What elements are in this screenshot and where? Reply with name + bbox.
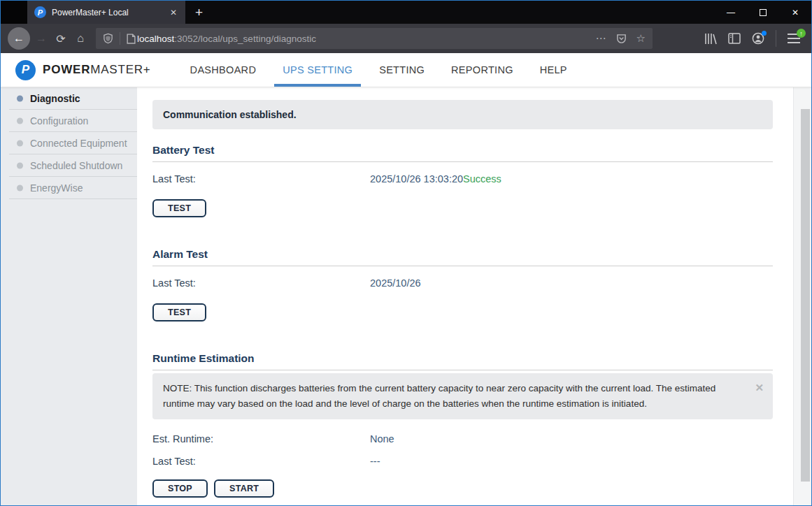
titlebar-corner <box>1 1 27 24</box>
update-badge-icon: ↑ <box>797 29 806 38</box>
app-logo[interactable]: P POWERMASTER+ <box>15 53 151 87</box>
scrollbar-thumb[interactable] <box>801 109 810 482</box>
toolbar-divider <box>776 30 776 47</box>
est-runtime-label: Est. Runtime: <box>152 432 370 446</box>
runtime-stop-button[interactable]: STOP <box>152 479 208 498</box>
reload-icon: ⟳ <box>56 32 65 45</box>
maximize-button[interactable] <box>747 1 779 24</box>
main-nav: DASHBOARD UPS SETTING SETTING REPORTING … <box>182 53 585 87</box>
url-path: :3052/local/ups_setting/diagnostic <box>174 34 316 44</box>
runtime-note-text: NOTE: This function discharges batteries… <box>163 383 715 409</box>
scrollbar-track[interactable] <box>793 87 811 505</box>
bullet-icon <box>17 163 23 169</box>
runtime-last-test-label: Last Test: <box>152 454 370 468</box>
status-banner: Communication established. <box>152 100 773 129</box>
maximize-icon <box>760 9 767 16</box>
alarm-last-test-row: Last Test: 2025/10/26 <box>152 276 773 290</box>
bullet-icon <box>17 96 23 102</box>
app-header: P POWERMASTER+ DASHBOARD UPS SETTING SET… <box>1 53 811 87</box>
browser-tab[interactable]: P PowerMaster+ Local ✕ <box>27 1 185 24</box>
url-text[interactable]: localhost:3052/local/ups_setting/diagnos… <box>137 34 316 44</box>
runtime-start-button[interactable]: START <box>214 479 274 498</box>
account-notification-dot <box>762 31 767 36</box>
sidebar-item-configuration[interactable]: Configuration <box>1 110 137 132</box>
bullet-icon <box>17 140 23 147</box>
alarm-last-test-value: 2025/10/26 <box>370 276 421 290</box>
page-info-icon[interactable] <box>127 34 136 44</box>
new-tab-button[interactable]: + <box>185 1 213 24</box>
alarm-last-test-label: Last Test: <box>152 276 370 290</box>
bookmark-star-icon[interactable]: ☆ <box>636 32 646 45</box>
powermaster-logo-icon: P <box>15 60 36 80</box>
battery-last-test-value: 2025/10/26 13:03:20Success <box>370 172 501 186</box>
pocket-icon[interactable] <box>616 34 627 44</box>
runtime-note: NOTE: This function discharges batteries… <box>152 373 773 419</box>
nav-dashboard[interactable]: DASHBOARD <box>182 53 265 87</box>
page-actions-icon[interactable]: ⋯ <box>596 32 606 45</box>
battery-test-status: Success <box>463 173 501 185</box>
browser-window: P PowerMaster+ Local ✕ + — ✕ ← → ⟳ ⌂ loc… <box>0 0 812 506</box>
minimize-button[interactable]: — <box>715 1 747 24</box>
account-icon[interactable] <box>752 32 764 45</box>
tab-close-icon[interactable]: ✕ <box>167 6 180 19</box>
nav-reporting[interactable]: REPORTING <box>443 53 522 87</box>
sidebar-item-connected-equipment[interactable]: Connected Equipment <box>1 132 137 154</box>
forward-button[interactable]: → <box>31 29 51 48</box>
home-button[interactable]: ⌂ <box>71 29 90 48</box>
battery-test-button[interactable]: TEST <box>152 199 206 217</box>
sidebar-item-energywise[interactable]: EnergyWise <box>1 177 137 199</box>
browser-toolbar: ← → ⟳ ⌂ localhost:3052/local/ups_setting… <box>1 24 811 53</box>
sidebar: Diagnostic Configuration Connected Equip… <box>1 87 137 505</box>
back-button[interactable]: ← <box>8 27 30 50</box>
runtime-last-test-row: Last Test: --- <box>152 454 773 468</box>
library-icon[interactable] <box>704 33 717 45</box>
home-icon: ⌂ <box>77 32 84 45</box>
runtime-last-test-value: --- <box>370 454 380 468</box>
alarm-test-heading: Alarm Test <box>152 248 773 266</box>
sidebar-item-label: Scheduled Shutdown <box>30 160 122 171</box>
bullet-icon <box>17 118 23 124</box>
tab-title: PowerMaster+ Local <box>52 8 167 17</box>
sidebar-item-label: EnergyWise <box>30 182 83 194</box>
sidebar-item-diagnostic[interactable]: Diagnostic <box>1 87 137 110</box>
est-runtime-row: Est. Runtime: None <box>152 432 773 446</box>
sidebar-item-label: Diagnostic <box>30 93 80 104</box>
close-button[interactable]: ✕ <box>779 1 811 24</box>
note-close-icon[interactable]: ✕ <box>755 380 764 396</box>
nav-setting[interactable]: SETTING <box>371 53 433 87</box>
sidebar-item-label: Configuration <box>30 115 88 127</box>
favicon-icon: P <box>34 6 46 18</box>
back-icon: ← <box>13 32 24 45</box>
battery-test-heading: Battery Test <box>152 144 773 162</box>
forward-icon: → <box>36 32 47 45</box>
window-controls: — ✕ <box>715 1 811 24</box>
tracking-shield-icon[interactable] <box>103 33 113 44</box>
main-content: Communication established. Battery Test … <box>137 87 793 505</box>
battery-last-test-label: Last Test: <box>152 172 370 186</box>
sidebar-toggle-icon[interactable] <box>728 33 741 44</box>
battery-last-test-row: Last Test: 2025/10/26 13:03:20Success <box>152 172 773 186</box>
urlbar-divider <box>120 32 120 45</box>
url-host: localhost <box>137 34 174 44</box>
reload-button[interactable]: ⟳ <box>51 29 71 48</box>
nav-ups-setting[interactable]: UPS SETTING <box>274 53 361 87</box>
url-bar[interactable]: localhost:3052/local/ups_setting/diagnos… <box>96 28 653 49</box>
sidebar-item-scheduled-shutdown[interactable]: Scheduled Shutdown <box>1 154 137 177</box>
titlebar: P PowerMaster+ Local ✕ + — ✕ <box>1 1 811 24</box>
est-runtime-value: None <box>370 432 394 446</box>
bullet-icon <box>17 185 23 191</box>
menu-button[interactable]: ↑ <box>788 34 800 43</box>
sidebar-item-label: Connected Equipment <box>30 138 127 149</box>
runtime-estimation-heading: Runtime Estimation <box>152 352 773 370</box>
brand-name: POWERMASTER+ <box>43 63 151 77</box>
nav-help[interactable]: HELP <box>532 53 576 87</box>
alarm-test-button[interactable]: TEST <box>152 303 206 321</box>
